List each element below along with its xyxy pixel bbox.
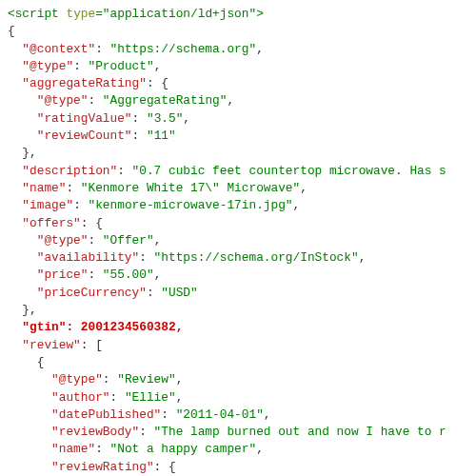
script-open-tag: <script (8, 7, 59, 21)
attr-type-value: "application/ld+json" (103, 7, 256, 21)
attr-type: type (66, 7, 95, 21)
code-block: <script type="application/ld+json"> { "@… (0, 0, 476, 476)
highlighted-gtin-line: "gtin": 2001234560382, (22, 320, 183, 334)
